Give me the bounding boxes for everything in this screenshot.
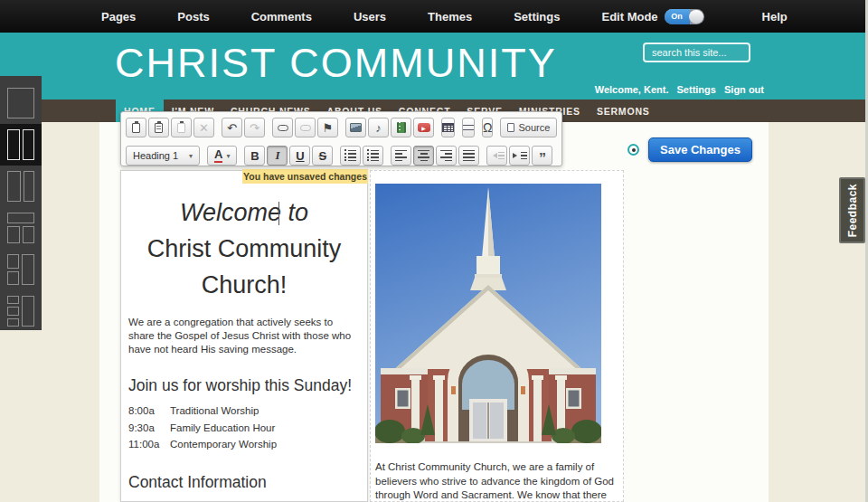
- chevron-down-icon: ▾: [189, 152, 193, 160]
- blockquote-icon[interactable]: ”: [532, 146, 552, 166]
- intro-paragraph: We are a congregation that actively seek…: [128, 316, 360, 356]
- unlink-icon[interactable]: [295, 118, 316, 137]
- indent-icon[interactable]: [509, 146, 530, 166]
- admin-menu-settings[interactable]: Settings: [514, 10, 560, 24]
- chevron-down-icon: ▾: [226, 152, 230, 160]
- table-icon[interactable]: [441, 118, 455, 137]
- editable-region-secondary[interactable]: At Christ Community Church, we are a fam…: [370, 170, 624, 502]
- layout-option-header-two-column[interactable]: [0, 207, 42, 249]
- edit-mode-toggle-state: On: [665, 9, 690, 24]
- source-icon: [507, 123, 514, 132]
- heading-line-2: Christ Community Church!: [147, 235, 342, 298]
- admin-menu-posts[interactable]: Posts: [177, 10, 209, 24]
- video-icon[interactable]: [391, 118, 411, 137]
- anchor-icon[interactable]: ⚑: [317, 118, 338, 137]
- edit-mode-label: Edit Mode: [601, 10, 657, 24]
- admin-bar: Pages Posts Comments Users Themes Settin…: [0, 0, 868, 33]
- unsaved-changes-notice: You have unsaved changes: [242, 169, 368, 184]
- feedback-tab[interactable]: Feedback: [839, 177, 865, 243]
- editor-toolbar: ✕ ↶ ↷ ⚑ ♪ ▶ Ω Source: [120, 111, 562, 166]
- align-right-icon[interactable]: [436, 146, 457, 166]
- toolbar-row-2: Heading 1 ▾ A ▾ B I U S: [126, 144, 557, 167]
- worship-time-row: 9:30a Family Education Hour: [128, 420, 360, 437]
- signout-link[interactable]: Sign out: [724, 84, 764, 95]
- text-color-select[interactable]: A ▾: [207, 146, 237, 166]
- paste-icon[interactable]: [126, 118, 146, 137]
- settings-link[interactable]: Settings: [677, 84, 716, 95]
- screen: Pages Posts Comments Users Themes Settin…: [0, 0, 868, 502]
- strikethrough-button[interactable]: S: [312, 146, 333, 166]
- layout-option-complex-grid[interactable]: [0, 290, 42, 332]
- church-photo: [375, 184, 601, 443]
- admin-menu-help[interactable]: Help: [762, 10, 788, 24]
- copy-icon[interactable]: [171, 118, 192, 137]
- paste-from-word-icon[interactable]: [148, 118, 169, 137]
- search-input[interactable]: [643, 43, 750, 62]
- layout-option-two-column-wide-left[interactable]: [0, 166, 42, 207]
- admin-menu-comments[interactable]: Comments: [251, 10, 312, 24]
- welcome-text: Welcome, Kent.: [595, 84, 669, 95]
- youtube-icon[interactable]: ▶: [413, 118, 434, 137]
- contact-list: Phone (314) 958-1536 Email office@christ…: [128, 497, 360, 502]
- site-title: CHRIST COMMUNITY: [115, 40, 557, 87]
- user-session-line: Welcome, Kent. Settings Sign out: [595, 84, 764, 95]
- special-character-icon[interactable]: Ω: [482, 118, 493, 137]
- admin-menu-users[interactable]: Users: [354, 10, 386, 24]
- editable-region-main[interactable]: Welcome to Christ Community Church! We a…: [120, 170, 368, 502]
- worship-time-row: 11:00a Contemporary Worship: [128, 436, 360, 453]
- edit-mode-control: Edit Mode On: [601, 9, 703, 24]
- unordered-list-icon[interactable]: [363, 146, 383, 166]
- source-button[interactable]: Source: [500, 118, 557, 137]
- edit-mode-toggle-knob: [689, 10, 703, 24]
- save-area: Save Changes: [627, 137, 752, 162]
- phone-row: Phone (314) 958-1536: [128, 497, 360, 502]
- align-left-icon[interactable]: [391, 146, 411, 166]
- align-center-icon[interactable]: [413, 146, 434, 166]
- text-caret: [278, 202, 279, 225]
- cut-icon[interactable]: ✕: [193, 118, 214, 137]
- undo-icon[interactable]: ↶: [222, 118, 242, 137]
- heading-line-1: Welcome to: [180, 199, 308, 226]
- link-icon[interactable]: [272, 118, 293, 137]
- admin-menu-pages[interactable]: Pages: [101, 10, 136, 24]
- audio-icon[interactable]: ♪: [368, 118, 389, 137]
- ordered-list-icon[interactable]: [340, 146, 361, 166]
- phone-number: (314) 958-1536: [168, 497, 240, 502]
- layout-option-mixed-grid[interactable]: [0, 249, 42, 290]
- redo-icon[interactable]: ↷: [244, 118, 265, 137]
- region-settings-icon[interactable]: [627, 144, 639, 156]
- outdent-icon[interactable]: [486, 146, 507, 166]
- worship-heading: Join us for worship this Sunday!: [128, 376, 360, 395]
- justify-icon[interactable]: [458, 146, 479, 166]
- layout-option-one-column[interactable]: [0, 82, 42, 124]
- layout-option-two-column[interactable]: [0, 124, 42, 166]
- worship-time-row: 8:00a Traditional Worship: [128, 403, 360, 420]
- edit-mode-toggle[interactable]: On: [665, 9, 704, 24]
- contact-heading: Contact Information: [128, 473, 360, 492]
- nav-item-sermons[interactable]: SERMONS: [589, 99, 658, 122]
- site-header: CHRIST COMMUNITY Welcome, Kent. Settings…: [0, 33, 868, 99]
- italic-button[interactable]: I: [267, 146, 288, 166]
- heading-style-select[interactable]: Heading 1 ▾: [126, 146, 200, 166]
- horizontal-rule-icon[interactable]: [462, 118, 475, 137]
- worship-times-list: 8:00a Traditional Worship 9:30a Family E…: [128, 403, 360, 453]
- image-icon[interactable]: [345, 118, 366, 137]
- bold-button[interactable]: B: [244, 146, 265, 166]
- save-changes-button[interactable]: Save Changes: [648, 137, 752, 162]
- about-paragraph: At Christ Community Church, we are a fam…: [375, 460, 619, 502]
- layout-template-sidebar: [0, 76, 42, 330]
- underline-button[interactable]: U: [289, 146, 310, 166]
- page-heading: Welcome to Christ Community Church!: [128, 194, 360, 303]
- toolbar-row-1: ✕ ↶ ↷ ⚑ ♪ ▶ Ω Source: [126, 116, 557, 139]
- admin-menu-themes[interactable]: Themes: [428, 10, 472, 24]
- text-color-icon: A: [214, 148, 222, 163]
